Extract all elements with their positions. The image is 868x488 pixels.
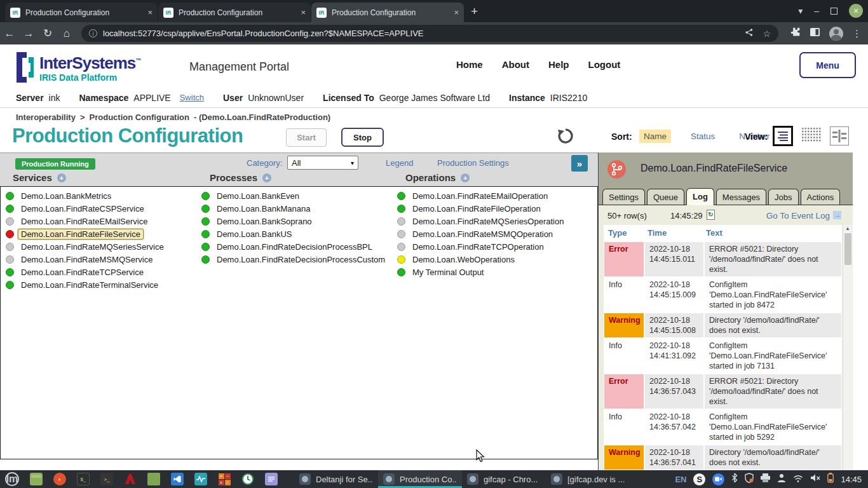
item-name[interactable]: Demo.Loan.BankMetrics bbox=[18, 191, 114, 201]
status-dot[interactable] bbox=[397, 243, 405, 251]
panel-tab[interactable]: Log bbox=[686, 188, 714, 205]
service-item[interactable]: Demo.Loan.FindRateTerminalService bbox=[6, 278, 167, 291]
process-item[interactable]: Demo.Loan.BankManana bbox=[201, 202, 388, 215]
terminal-icon[interactable]: $_ bbox=[77, 473, 90, 485]
item-name[interactable]: Demo.Loan.FindRateMQSeriesOperation bbox=[409, 216, 567, 227]
item-name[interactable]: Demo.Loan.FindRateEMailService bbox=[18, 216, 151, 227]
window-minimize-button[interactable]: – bbox=[814, 6, 819, 16]
wifi-icon[interactable] bbox=[793, 473, 803, 485]
status-dot[interactable] bbox=[6, 230, 14, 238]
add-operation-button[interactable]: + bbox=[461, 173, 470, 182]
status-dot[interactable] bbox=[6, 281, 14, 289]
service-item[interactable]: Demo.Loan.FindRateMQSeriesService bbox=[6, 240, 167, 253]
tab-close-icon[interactable]: × bbox=[147, 8, 153, 17]
window-close-button[interactable]: × bbox=[849, 4, 863, 18]
category-select[interactable]: All ▾ bbox=[287, 156, 358, 170]
service-item[interactable]: Demo.Loan.FindRateEMailService bbox=[6, 215, 167, 227]
service-item[interactable]: Demo.Loan.FindRateMSMQService bbox=[6, 253, 167, 266]
skype-tray-icon[interactable]: S bbox=[693, 473, 705, 485]
vscode-icon[interactable] bbox=[171, 473, 184, 485]
legend-link[interactable]: Legend bbox=[386, 158, 413, 168]
operation-item[interactable]: Demo.Loan.FindRateTCPOperation bbox=[397, 240, 567, 253]
keyboard-layout-indicator[interactable]: EN bbox=[675, 475, 686, 484]
operation-item[interactable]: My Terminal Output bbox=[397, 266, 567, 278]
firewall-shield-icon[interactable] bbox=[745, 473, 754, 485]
status-dot[interactable] bbox=[201, 230, 210, 238]
clock-app-icon[interactable] bbox=[241, 473, 254, 485]
status-dot[interactable] bbox=[201, 192, 210, 200]
grid-view-icon[interactable] bbox=[801, 126, 822, 146]
status-dot[interactable] bbox=[6, 243, 14, 251]
item-name[interactable]: Demo.Loan.BankUS bbox=[214, 229, 295, 240]
nav-link[interactable]: Home bbox=[456, 59, 483, 70]
process-item[interactable]: Demo.Loan.BankUS bbox=[201, 227, 388, 240]
menu-button[interactable]: Menu bbox=[799, 52, 856, 78]
status-dot[interactable] bbox=[6, 205, 14, 213]
item-name[interactable]: Demo.Loan.BankSoprano bbox=[214, 216, 315, 227]
browser-menu-icon[interactable]: ⋮ bbox=[852, 28, 862, 39]
status-dot[interactable] bbox=[6, 217, 14, 226]
panel-tab[interactable]: Jobs bbox=[768, 189, 798, 205]
list-view-icon[interactable] bbox=[773, 126, 793, 146]
reload-button[interactable]: ↻ bbox=[38, 27, 57, 40]
item-name[interactable]: My Terminal Output bbox=[409, 267, 487, 278]
panel-tab[interactable]: Queue bbox=[647, 189, 684, 205]
taskbar-clock[interactable]: 14:45 bbox=[841, 475, 862, 484]
extensions-puzzle-icon[interactable] bbox=[790, 27, 801, 40]
home-button[interactable]: ⌂ bbox=[57, 27, 76, 40]
mint-menu-icon[interactable]: lm bbox=[5, 472, 19, 486]
address-bar[interactable]: i localhost:52773/csp/applive/EnsPortal.… bbox=[81, 25, 778, 42]
add-process-button[interactable]: + bbox=[262, 173, 271, 182]
notes-app-icon[interactable] bbox=[265, 473, 278, 485]
battery-icon[interactable] bbox=[827, 473, 834, 485]
status-dot[interactable] bbox=[201, 255, 210, 264]
nav-link[interactable]: Help bbox=[548, 59, 569, 70]
stop-button[interactable]: Stop bbox=[341, 128, 384, 147]
status-dot[interactable] bbox=[201, 205, 210, 213]
taskbar-window-button[interactable]: [gifcap.dev is ... bbox=[546, 470, 630, 488]
item-name[interactable]: Demo.Loan.BankManana bbox=[214, 203, 313, 214]
operation-item[interactable]: Demo.Loan.FindRateMQSeriesOperation bbox=[397, 215, 567, 227]
panel-tab[interactable]: Messages bbox=[716, 189, 766, 205]
item-name[interactable]: Demo.Loan.WebOperations bbox=[409, 254, 518, 265]
item-name[interactable]: Demo.Loan.FindRateMSMQOperation bbox=[409, 229, 556, 240]
scroll-up-arrow[interactable]: ▲ bbox=[843, 226, 852, 231]
split-view-icon[interactable] bbox=[830, 126, 849, 146]
red-app-icon[interactable] bbox=[124, 473, 137, 485]
profile-avatar[interactable] bbox=[829, 27, 843, 41]
item-name[interactable]: Demo.Loan.FindRateDecisionProcessBPL bbox=[214, 241, 376, 252]
service-item[interactable]: Demo.Loan.FindRateTCPService bbox=[6, 266, 167, 278]
panel-tab[interactable]: Settings bbox=[602, 189, 645, 205]
item-name[interactable]: Demo.Loan.FindRateCSPService bbox=[18, 203, 147, 214]
side-panel-icon[interactable] bbox=[810, 27, 820, 39]
url-text[interactable]: localhost:52773/csp/applive/EnsPortal.Pr… bbox=[103, 29, 736, 38]
log-vertical-scrollbar[interactable]: ▲ ▼ bbox=[843, 225, 852, 488]
status-dot[interactable] bbox=[6, 268, 14, 276]
tab-close-icon[interactable]: × bbox=[454, 8, 459, 17]
file-manager-folder-icon[interactable] bbox=[147, 473, 160, 485]
panel-tab[interactable]: Actions bbox=[801, 189, 841, 205]
window-restore-button[interactable] bbox=[831, 8, 837, 15]
volume-muted-icon[interactable] bbox=[810, 473, 820, 485]
status-dot[interactable] bbox=[6, 255, 14, 264]
bluetooth-icon[interactable] bbox=[731, 473, 738, 485]
external-link-icon[interactable]: → bbox=[833, 211, 841, 219]
service-item[interactable]: Demo.Loan.FindRateCSPService bbox=[6, 202, 167, 215]
browser-tab[interactable]: IR Production Configuration × bbox=[311, 3, 464, 22]
terminal-alt-icon[interactable]: >_ bbox=[100, 473, 113, 485]
status-dot[interactable] bbox=[201, 243, 210, 251]
log-refresh-icon[interactable]: ↻ bbox=[707, 210, 715, 220]
site-info-icon[interactable]: i bbox=[89, 29, 97, 37]
refresh-spinner-icon[interactable] bbox=[557, 128, 574, 144]
printer-icon[interactable] bbox=[761, 473, 770, 485]
process-item[interactable]: Demo.Loan.BankSoprano bbox=[201, 215, 388, 227]
operation-item[interactable]: Demo.Loan.FindRateFileOperation bbox=[397, 202, 567, 215]
item-name[interactable]: Demo.Loan.FindRateEMailOperation bbox=[409, 191, 551, 201]
go-to-event-log-link[interactable]: Go To Event Log bbox=[766, 211, 830, 220]
operation-item[interactable]: Demo.Loan.FindRateMSMQOperation bbox=[397, 227, 567, 240]
item-name[interactable]: Demo.Loan.FindRateTerminalService bbox=[18, 280, 161, 290]
operation-item[interactable]: Demo.Loan.FindRateEMailOperation bbox=[397, 189, 567, 202]
operation-item[interactable]: Demo.Loan.WebOperations bbox=[397, 253, 567, 266]
status-dot[interactable] bbox=[397, 192, 405, 200]
item-name[interactable]: Demo.Loan.BankEven bbox=[214, 191, 302, 201]
